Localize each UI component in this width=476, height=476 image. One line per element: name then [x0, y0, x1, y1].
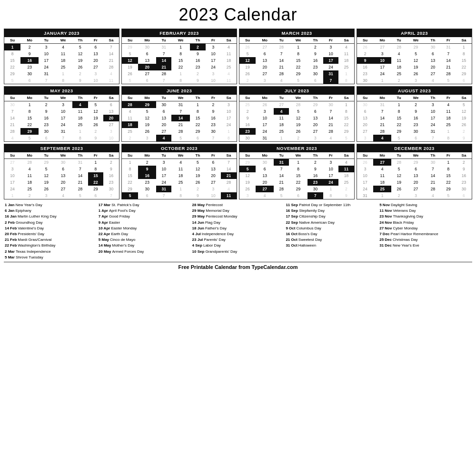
cal-day: 9: [138, 166, 156, 172]
holiday-item: 4 SepLabor Day: [192, 243, 284, 248]
cal-day: 9: [407, 108, 425, 115]
cal-day: 28: [323, 128, 338, 135]
cal-day: 10: [357, 172, 373, 179]
cal-day: 2: [307, 159, 323, 166]
day-header: Su: [357, 152, 373, 159]
cal-day: 11: [373, 172, 391, 179]
cal-day: 7: [274, 50, 289, 57]
month-block-10: OCTOBER 2023SuMoTuWeThFrSa12345678910111…: [121, 144, 237, 199]
cal-day: 29: [456, 70, 472, 77]
cal-day: 3: [307, 135, 323, 141]
cal-day: 19: [391, 179, 407, 186]
cal-day: 10: [206, 50, 221, 57]
cal-day: 2: [190, 186, 206, 192]
holiday-item: 27 NovCyber Monday: [379, 226, 471, 231]
holiday-date: 14 Jun: [192, 220, 204, 225]
day-header: Tu: [274, 37, 289, 44]
cal-day: 5: [391, 166, 407, 172]
holiday-date: 9 Oct: [286, 226, 295, 231]
cal-day: 15: [289, 57, 307, 64]
cal-day: 11: [103, 77, 119, 84]
holiday-item: 31 DecNew Year's Eve: [379, 243, 471, 248]
cal-day: 4: [373, 135, 391, 141]
cal-day: 25: [338, 64, 354, 70]
cal-day: 5: [289, 77, 307, 84]
cal-day: 2: [72, 70, 88, 77]
cal-day: 19: [190, 172, 206, 179]
day-header: Mo: [373, 37, 391, 44]
cal-day: 1: [323, 186, 338, 192]
footer: Free Printable Calendar from TypeCalenda…: [4, 262, 472, 270]
holiday-item: 21 FebMardi Gras/Carnival: [5, 237, 97, 242]
holiday-item: 28 MayPentecost: [192, 202, 284, 208]
cal-day: 12: [289, 115, 307, 121]
cal-day: 22: [391, 121, 407, 128]
cal-day: 26: [122, 70, 138, 77]
cal-day: 2: [456, 159, 472, 166]
cal-day: 13: [357, 115, 373, 121]
month-block-7: JULY 2023SuMoTuWeThFrSa25262728293012345…: [239, 86, 355, 142]
cal-day: 3: [425, 101, 441, 109]
cal-day: 27: [4, 159, 20, 166]
cal-day: 13: [425, 57, 441, 64]
holiday-name: Texas Independence: [16, 249, 51, 254]
day-header: Fr: [88, 37, 103, 44]
holiday-date: 5 Nov: [379, 202, 390, 208]
cal-day: 18: [20, 179, 39, 186]
cal-day: 6: [156, 108, 171, 115]
cal-day: 1: [88, 159, 103, 166]
cal-day: 7: [206, 135, 221, 141]
cal-day: 12: [407, 57, 425, 64]
cal-day: 18: [72, 115, 88, 121]
cal-day: 6: [456, 192, 472, 199]
day-header: Th: [425, 37, 441, 44]
cal-day: 3: [206, 70, 221, 77]
month-block-4: APRIL 2023SuMoTuWeThFrSa2627282930311234…: [357, 29, 472, 84]
cal-day: 7: [441, 50, 456, 57]
cal-day: 6: [103, 101, 119, 109]
cal-day: 11: [171, 166, 190, 172]
cal-day: 17: [4, 179, 20, 186]
cal-day: 9: [190, 192, 206, 199]
cal-day: 25: [54, 64, 72, 70]
cal-day: 30: [39, 128, 54, 135]
cal-day: 7: [4, 108, 20, 115]
cal-day: 10: [206, 192, 221, 199]
day-header: Sa: [103, 37, 119, 44]
cal-day: 1: [171, 186, 190, 192]
month-block-6: JUNE 2023SuMoTuWeThFrSa28293031123456789…: [121, 86, 237, 142]
holiday-item: 18 JunFather's Day: [192, 226, 284, 231]
cal-day: 19: [39, 179, 54, 186]
cal-day: 4: [20, 166, 39, 172]
cal-day: 12: [138, 115, 156, 121]
cal-day: 19: [456, 115, 472, 121]
day-header: Fr: [88, 95, 103, 101]
cal-day: 28: [373, 128, 391, 135]
cal-day: 30: [138, 186, 156, 192]
cal-day: 4: [391, 50, 407, 57]
cal-day: 16: [357, 64, 373, 70]
cal-day: 4: [171, 159, 190, 166]
day-header: Sa: [456, 95, 472, 101]
cal-day: 4: [338, 44, 354, 51]
holiday-name: Grandparents' Day: [205, 249, 237, 254]
holiday-name: Good Friday: [109, 214, 130, 219]
day-header: Tu: [391, 95, 407, 101]
cal-day: 6: [138, 77, 156, 84]
cal-day: 2: [456, 128, 472, 135]
cal-day: 19: [239, 64, 256, 70]
cal-day: 2: [239, 108, 256, 115]
month-block-2: FEBRUARY 2023SuMoTuWeThFrSa2930311234567…: [121, 29, 237, 84]
cal-table-5: SuMoTuWeThFrSa30123456789101112131415161…: [4, 95, 119, 141]
cal-day: 27: [425, 70, 441, 77]
cal-day: 31: [323, 70, 338, 77]
cal-day: 11: [221, 50, 237, 57]
holiday-item: 11 SepPatriot Day or September 11th: [286, 202, 377, 208]
cal-day: 21: [4, 121, 20, 128]
cal-day: 12: [72, 50, 88, 57]
cal-day: 23: [138, 179, 156, 186]
cal-day: 4: [441, 101, 456, 109]
cal-day: 7: [373, 108, 391, 115]
cal-day: 6: [425, 50, 441, 57]
cal-day: 8: [171, 192, 190, 199]
